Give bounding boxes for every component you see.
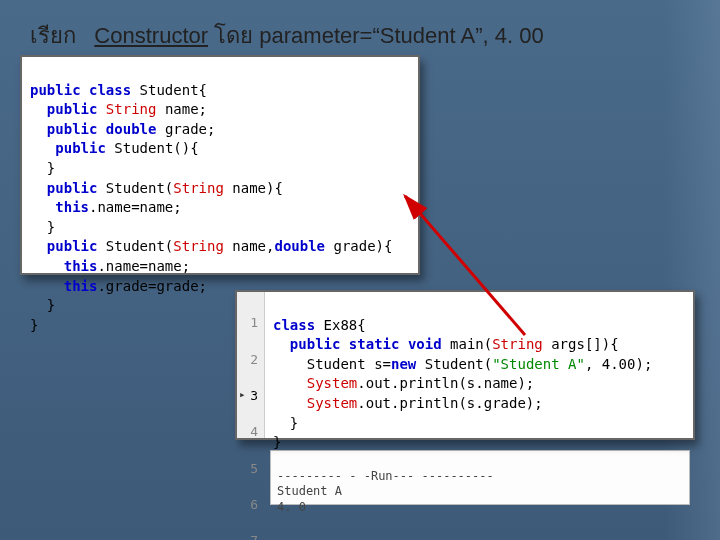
code-main-class: 1 2 3 4 5 6 7 class Ex88{ public static …: [235, 290, 695, 440]
console-output: --------- - -Run--- ---------- Student A…: [270, 450, 690, 505]
title-part-1: เรียก: [30, 23, 76, 48]
title-part-3: โดย parameter=“Student A”, 4. 00: [214, 23, 543, 48]
slide-title: เรียก Constructor โดย parameter=“Student…: [30, 18, 544, 53]
title-part-2: Constructor: [94, 23, 208, 48]
code-main-body: class Ex88{ public static void main(Stri…: [265, 292, 693, 438]
line-gutter: 1 2 3 4 5 6 7: [237, 292, 265, 438]
code-student-class: public class Student{ public String name…: [20, 55, 420, 275]
